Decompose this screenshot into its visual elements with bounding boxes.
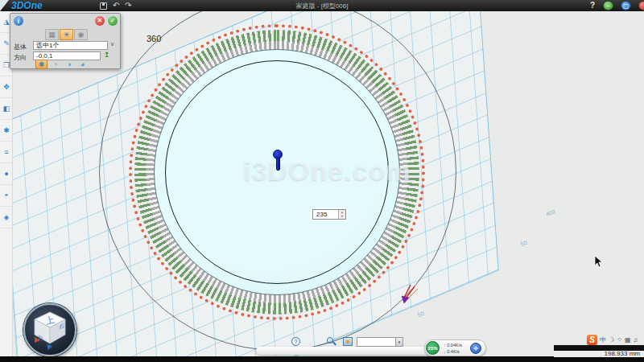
mode-button-2[interactable]: ◔ xyxy=(49,60,61,69)
3done-window: i3DOne.com 360 400 50 50 235 ▴ ▾ ? ▾ xyxy=(0,0,644,362)
sidebar-item-render[interactable]: ◓ xyxy=(0,185,13,207)
tray-lang-icon[interactable]: 中 xyxy=(600,335,606,345)
tray-moon-icon[interactable]: ☽ xyxy=(609,335,614,345)
combobox-dropdown-icon[interactable]: ▾ xyxy=(395,338,402,346)
bottom-dock-shelf[interactable] xyxy=(256,347,441,355)
rotation-handle-marker[interactable] xyxy=(393,280,425,312)
restore-button[interactable]: ▢ xyxy=(621,1,631,10)
system-monitor-widget[interactable]: 23% ↑ 0.04K/s ↓ 0.4K/s ✛ xyxy=(424,339,486,356)
measurement-readout: 198.933 mm xyxy=(554,350,640,357)
view-cube[interactable]: 上 前 右 xyxy=(23,303,76,356)
zoom-magnifier-icon[interactable] xyxy=(327,337,333,343)
angle-spinner[interactable]: 235 ▴ ▾ xyxy=(312,209,346,220)
mode-button-1-selected[interactable]: ❋ xyxy=(35,60,47,69)
field-chevron-icon[interactable]: ∨ xyxy=(110,41,114,47)
sidebar-item-move[interactable]: ✥ xyxy=(0,76,13,98)
mode-button-4[interactable]: ◕ xyxy=(76,60,89,69)
memory-usage-badge[interactable]: 23% xyxy=(426,341,440,355)
help-button[interactable]: ? xyxy=(590,1,595,10)
direction-pick-icon[interactable]: ↥ xyxy=(104,51,110,59)
tray-sound-icon[interactable]: ♫ xyxy=(633,335,638,345)
grid-dim-label: 400 xyxy=(545,208,555,217)
tray-dots-icon[interactable]: ⁘ xyxy=(617,335,622,345)
sketch-icon: ◮ xyxy=(4,18,10,26)
field-label-base: 基体 xyxy=(14,43,27,51)
angle-spinner-buttons[interactable]: ▴ ▾ xyxy=(338,210,345,219)
ok-button[interactable]: ✓ xyxy=(108,16,118,26)
field-label-direction: 方向 xyxy=(14,53,27,62)
info-icon: i xyxy=(14,16,23,26)
material-sphere-icon: ● xyxy=(4,170,8,178)
cancel-button[interactable]: ✕ xyxy=(95,16,105,26)
angle-spinner-value[interactable]: 235 xyxy=(313,210,338,219)
command-dialog: i ✕ ✓ ▦ ✳ ◉ 基体 选中1个 ∨ 方向 -0,0,1 ↥ ❋ ◔ ◑ … xyxy=(10,13,121,69)
mouse-cursor xyxy=(594,256,604,269)
direction-pin-stem[interactable] xyxy=(276,158,280,171)
spin-down-icon[interactable]: ▾ xyxy=(339,214,345,218)
watermark: i3DOne.com xyxy=(243,155,411,187)
sidebar-item-combine[interactable]: ◧ xyxy=(0,98,13,120)
upload-arrow-icon: ↑ xyxy=(444,343,446,348)
monitor-plus-icon[interactable]: ✛ xyxy=(470,343,481,354)
move-icon: ✥ xyxy=(3,83,10,91)
filter-combobox-value[interactable] xyxy=(357,338,395,346)
combine-icon: ◧ xyxy=(3,105,10,113)
rotation-angle-label: 360 xyxy=(147,34,161,43)
sidebar-item-material[interactable]: ● xyxy=(0,163,13,185)
viewcube-arrow-marker xyxy=(47,344,52,350)
measure-icon: ◈ xyxy=(4,213,10,221)
base-entity-field[interactable]: 选中1个 xyxy=(33,41,108,50)
primitive-icon: ❐ xyxy=(3,61,10,69)
window-title: 家庭版 - [模型006] xyxy=(0,2,644,10)
filter-combobox[interactable]: ▾ xyxy=(357,337,403,347)
input-method-icon[interactable]: S xyxy=(587,335,597,345)
title-bar: 3DOne ↶ ↷ 家庭版 - [模型006] ? − ▢ xyxy=(0,0,644,11)
mode-button-3[interactable]: ◑ xyxy=(63,60,75,69)
download-speed: 0.4K/s xyxy=(447,349,460,354)
download-arrow-icon: ↓ xyxy=(444,349,446,354)
minimize-button[interactable]: − xyxy=(603,1,613,10)
list-icon: ≡ xyxy=(4,148,8,156)
sidebar-item-pattern[interactable]: ✱ xyxy=(0,120,13,142)
window-select-icon[interactable] xyxy=(343,337,353,346)
tab-options[interactable]: ◉ xyxy=(74,29,88,40)
grid-dim-label: 50 xyxy=(520,240,528,247)
render-icon: ◓ xyxy=(4,191,8,200)
tray-grid-icon[interactable]: ▦ xyxy=(625,335,631,345)
system-tray: S 中 ☽ ⁘ ▦ ♫ xyxy=(587,335,638,345)
edit-icon: ✎ xyxy=(3,39,10,47)
sidebar-item-measure[interactable]: ◈ xyxy=(0,207,13,228)
taskbar xyxy=(0,356,644,362)
upload-speed: 0.04K/s xyxy=(447,343,462,348)
tab-rotate-selected[interactable]: ✳ xyxy=(60,29,73,40)
pattern-icon: ✱ xyxy=(3,126,10,134)
sidebar-item-list[interactable]: ≡ xyxy=(0,142,13,163)
close-button[interactable] xyxy=(638,1,644,10)
query-circle-icon[interactable]: ? xyxy=(291,337,300,346)
tab-required[interactable]: ▦ xyxy=(45,29,59,40)
